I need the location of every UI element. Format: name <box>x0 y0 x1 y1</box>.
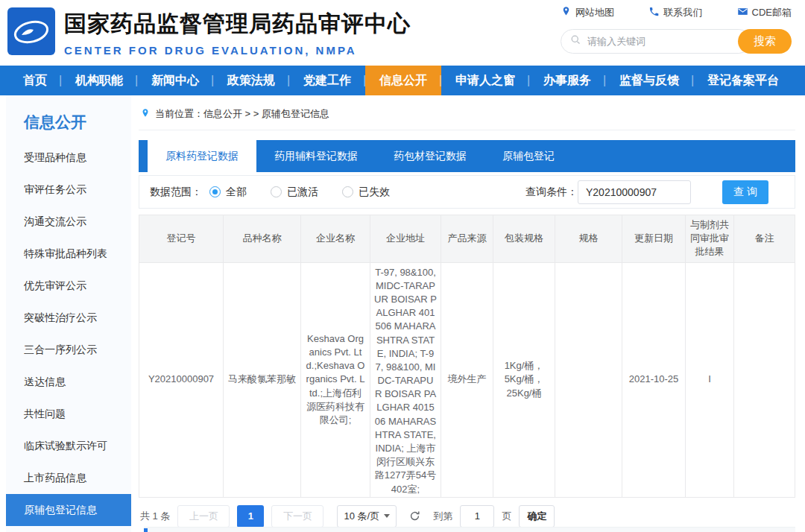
cell-product-name: 马来酸氯苯那敏 <box>224 262 301 497</box>
body: 信息公开 受理品种信息 审评任务公示 沟通交流公示 特殊审批品种列表 优先审评公… <box>0 95 805 532</box>
cell-reg-no: Y20210000907 <box>139 262 224 497</box>
radio-scope-activated[interactable]: 已激活 <box>271 186 318 199</box>
nav-item-services[interactable]: 办事服务 <box>529 66 605 95</box>
table-header-row: 登记号 品种名称 企业名称 企业地址 产品来源 包装规格 规格 更新日期 与制剂… <box>139 215 795 263</box>
cell-package: 1Kg/桶，5Kg/桶，25Kg/桶 <box>493 262 555 497</box>
site-search-box[interactable] <box>561 29 751 54</box>
next-page-button[interactable]: 下一页 <box>271 505 323 528</box>
site-title: 国家药品监督管理局药品审评中心 <box>64 9 411 39</box>
page-size-value: 10 条/页 <box>344 510 379 523</box>
nav-item-home[interactable]: 首页 <box>9 66 61 95</box>
cell-source: 境外生产 <box>441 262 493 497</box>
col-header-update-date: 更新日期 <box>622 215 686 263</box>
search-icon <box>570 34 581 48</box>
page-size-select[interactable]: 10 条/页 <box>337 505 397 528</box>
nav-item-policy[interactable]: 政策法规 <box>213 66 289 95</box>
main-nav: 首页 机构职能 新闻中心 政策法规 党建工作 信息公开 申请人之窗 办事服务 监… <box>0 66 805 95</box>
radio-unchecked-icon <box>342 186 353 197</box>
main-content: 当前位置：信息公开 > > 原辅包登记信息 原料药登记数据 药用辅料登记数据 药… <box>131 95 805 532</box>
query-label: 查询条件： <box>525 186 578 199</box>
page-number-button[interactable]: 1 <box>237 505 264 528</box>
table-row: Y20210000907 马来酸氯苯那敏 Keshava Organics Pv… <box>139 262 795 497</box>
radio-scope-expired-label: 已失效 <box>359 186 390 199</box>
refresh-icon[interactable] <box>408 510 421 522</box>
tab-raw-aux-pack-registration[interactable]: 原辅包登记 <box>484 140 572 172</box>
site-search: 搜索 <box>561 29 792 54</box>
filter-bar: 数据范围： 全部 已激活 已失效 查询条件： 查 询 <box>139 175 795 209</box>
breadcrumb: 当前位置：信息公开 > > 原辅包登记信息 <box>139 103 795 130</box>
sidebar-item-accepted-varieties[interactable]: 受理品种信息 <box>6 142 131 174</box>
sidebar-item-special-approval[interactable]: 特殊审批品种列表 <box>6 238 131 270</box>
nav-item-applicant[interactable]: 申请人之窗 <box>441 66 529 95</box>
query-input[interactable] <box>578 180 691 204</box>
sidebar-item-priority-review[interactable]: 优先审评公示 <box>6 270 131 302</box>
col-header-remark: 备注 <box>734 215 795 263</box>
sidebar-item-communication[interactable]: 沟通交流公示 <box>6 206 131 238</box>
next-section-edge <box>144 527 795 532</box>
col-header-spec: 规格 <box>555 215 622 263</box>
cell-spec <box>555 262 622 497</box>
scope-label: 数据范围： <box>150 186 202 199</box>
sidebar-item-clinical-trial-license[interactable]: 临床试验默示许可 <box>6 430 131 462</box>
cell-company-address-text: T-97, 98&100, MIDC-TARAPUR BOISAR PALGHA… <box>374 266 437 494</box>
contact-label: 联系我们 <box>663 6 702 19</box>
sidebar-item-review-tasks[interactable]: 审评任务公示 <box>6 174 131 206</box>
cde-logo-icon <box>7 7 55 55</box>
radio-scope-expired[interactable]: 已失效 <box>342 186 390 199</box>
nav-item-registration-platform[interactable]: 登记备案平台 <box>693 66 793 95</box>
contact-link[interactable]: 联系我们 <box>648 6 702 19</box>
tab-api-registration-data[interactable]: 原料药登记数据 <box>148 140 256 172</box>
radio-scope-activated-label: 已激活 <box>287 186 318 199</box>
radio-scope-all-label: 全部 <box>226 186 247 199</box>
nav-item-info-disclosure[interactable]: 信息公开 <box>365 66 441 95</box>
radio-scope-all[interactable]: 全部 <box>209 186 247 199</box>
nav-item-party[interactable]: 党建工作 <box>289 66 365 95</box>
goto-label: 到第 <box>433 510 452 523</box>
breadcrumb-text: 当前位置：信息公开 > > 原辅包登记信息 <box>155 107 329 121</box>
page: 国家药品监督管理局药品审评中心 CENTER FOR DRUG EVALUATI… <box>0 0 805 532</box>
page-unit-label: 页 <box>502 510 511 523</box>
sidebar-item-breakthrough-therapy[interactable]: 突破性治疗公示 <box>6 302 131 334</box>
sitemap-link[interactable]: 网站地图 <box>561 6 614 19</box>
sidebar-title: 信息公开 <box>6 112 131 133</box>
radio-checked-icon <box>209 186 221 197</box>
tabbar: 原料药登记数据 药用辅料登记数据 药包材登记数据 原辅包登记 <box>139 140 795 172</box>
radio-unchecked-icon <box>271 186 282 197</box>
sidebar-item-delivery-info[interactable]: 送达信息 <box>6 366 131 398</box>
nav-item-functions[interactable]: 机构职能 <box>61 66 137 95</box>
location-pin-icon <box>561 6 572 19</box>
col-header-company-name: 企业名称 <box>301 215 370 263</box>
sidebar-item-marketed-drugs[interactable]: 上市药品信息 <box>6 462 131 494</box>
tab-packaging-registration-data[interactable]: 药包材登记数据 <box>376 140 484 172</box>
confirm-button[interactable]: 确定 <box>519 505 555 528</box>
header-right: 网站地图 联系我们 CDE邮箱 搜索 <box>561 6 792 54</box>
sidebar: 信息公开 受理品种信息 审评任务公示 沟通交流公示 特殊审批品种列表 优先审评公… <box>6 95 131 532</box>
site-search-button[interactable]: 搜索 <box>738 29 792 54</box>
brand: 国家药品监督管理局药品审评中心 CENTER FOR DRUG EVALUATI… <box>64 9 411 57</box>
cell-company-name-text: Keshava Organics Pvt. Ltd.;Keshava Organ… <box>305 332 366 427</box>
cell-company-name: Keshava Organics Pvt. Ltd.;Keshava Organ… <box>301 262 370 497</box>
nav-item-news[interactable]: 新闻中心 <box>137 66 213 95</box>
prev-page-button[interactable]: 上一页 <box>177 505 230 528</box>
registration-table: 登记号 品种名称 企业名称 企业地址 产品来源 包装规格 规格 更新日期 与制剂… <box>139 215 795 498</box>
cell-remark <box>734 262 795 497</box>
sidebar-item-common-issues[interactable]: 共性问题 <box>6 398 131 430</box>
caret-down-icon <box>384 514 390 518</box>
goto-page-input[interactable] <box>460 505 494 528</box>
nav-item-supervision[interactable]: 监督与反馈 <box>605 66 693 95</box>
sidebar-item-raw-material-registration[interactable]: 原辅包登记信息 <box>6 494 131 526</box>
mailbox-label: CDE邮箱 <box>752 6 792 19</box>
col-header-company-address: 企业地址 <box>370 215 441 263</box>
cell-company-address: T-97, 98&100, MIDC-TARAPUR BOISAR PALGHA… <box>370 262 441 497</box>
envelope-icon <box>737 6 748 19</box>
col-header-source: 产品来源 <box>441 215 493 263</box>
site-search-input[interactable] <box>587 36 742 47</box>
col-header-package: 包装规格 <box>493 215 555 263</box>
mailbox-link[interactable]: CDE邮箱 <box>737 6 792 19</box>
cell-approval-result: I <box>686 262 734 497</box>
query-button[interactable]: 查 询 <box>722 180 768 204</box>
site-header: 国家药品监督管理局药品审评中心 CENTER FOR DRUG EVALUATI… <box>0 0 805 66</box>
sitemap-label: 网站地图 <box>575 6 614 19</box>
tab-excipient-registration-data[interactable]: 药用辅料登记数据 <box>256 140 376 172</box>
sidebar-item-three-in-one[interactable]: 三合一序列公示 <box>6 334 131 366</box>
